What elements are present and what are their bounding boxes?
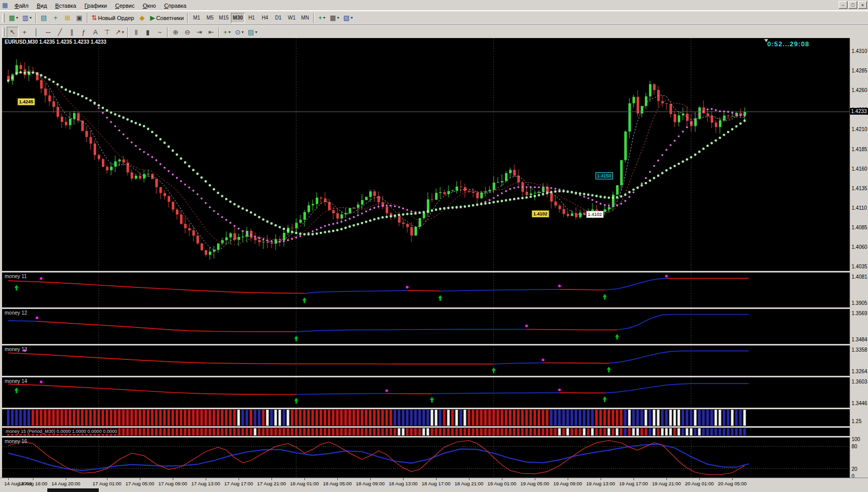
horizontal-line-button[interactable]: ─ (42, 27, 54, 38)
menu-item[interactable]: Сервис (111, 2, 139, 10)
data-window-button[interactable]: + (50, 12, 62, 24)
terminal-button[interactable]: ▣ (74, 12, 85, 24)
indicator-axis-label: 1.4081 (852, 274, 868, 280)
price-axis-label: 1.4110 (852, 205, 868, 211)
menu-item[interactable]: Графики (80, 2, 111, 10)
template-list-button[interactable]: ▤ ▾ (246, 27, 259, 38)
toolbar-grip[interactable] (2, 28, 5, 37)
profiles-button[interactable]: ▥ ▾ (20, 12, 33, 24)
chart-pane-m16[interactable] (2, 438, 850, 478)
order-level-tag[interactable]: 1.4245 (17, 98, 35, 105)
chart-pane-m11[interactable] (2, 272, 850, 307)
timeframe-button-W1[interactable]: W1 (285, 13, 298, 23)
timeframe-button-H1[interactable]: H1 (245, 13, 258, 23)
trendline-button[interactable]: ╱ (54, 27, 66, 38)
line-chart-button[interactable]: ~ (154, 27, 166, 38)
text-label-button[interactable]: ⊤ (101, 27, 113, 38)
line-chart-icon: ~ (158, 29, 162, 35)
timeframe-button-M15[interactable]: M15 (216, 13, 230, 23)
time-axis-label: 19 Aug 17:00 (617, 481, 650, 486)
equidistant-channel-button[interactable]: ∥ (66, 27, 78, 38)
menu-item[interactable]: Окно (139, 2, 160, 10)
vertical-line-button[interactable]: │ (30, 27, 42, 38)
chart-shift-icon: ⇤ (208, 29, 214, 35)
fibonacci-button[interactable]: ƒ (78, 27, 89, 38)
time-tick (304, 478, 305, 480)
new-chart-button[interactable]: ▦ ▾ (7, 12, 20, 24)
market-watch-button[interactable]: ▤ (38, 12, 50, 24)
time-tick (272, 478, 272, 480)
navigator-button[interactable]: ⊞ (62, 12, 74, 24)
chevron-down-icon: ▾ (351, 15, 353, 20)
alert-level-tag[interactable]: 1.4150 (595, 172, 613, 179)
price-level-tag[interactable]: 1.4102 (532, 210, 549, 217)
metaeditor-button[interactable]: ◆ (136, 12, 148, 24)
toolbar-separator (187, 13, 188, 23)
timeframe-button-M5[interactable]: M5 (203, 13, 216, 23)
menu-item[interactable]: Справка (160, 2, 190, 10)
price-label-tag[interactable]: 1.4102 (586, 211, 604, 218)
text-label-icon: ⊤ (104, 29, 110, 35)
periods-button[interactable]: ▦ ▾ (328, 12, 341, 24)
menu-item[interactable]: Вставка (51, 2, 80, 10)
cursor-button[interactable]: ↖ (7, 27, 19, 38)
chevron-down-icon: ▾ (30, 15, 32, 20)
time-tick (173, 478, 173, 480)
chart-shift-button[interactable]: ⇤ (205, 27, 217, 38)
horizontal-line-icon: ─ (46, 29, 50, 35)
time-tick (33, 478, 33, 480)
toolbar-separator (167, 27, 168, 38)
price-axis-label: 1.4185 (852, 147, 868, 152)
navigator-icon: ⊞ (65, 14, 70, 21)
timeframe-button-M1[interactable]: M1 (190, 13, 203, 23)
zoom-out-button[interactable]: ⊖ (182, 27, 193, 38)
chart-tab[interactable] (47, 488, 99, 492)
experts-icon: ▶ (150, 14, 155, 21)
price-axis-label: 1.4310 (852, 48, 868, 54)
price-axis-label: 1.4035 (852, 264, 868, 269)
templates-button[interactable]: ▧ ▾ (341, 12, 355, 24)
minimize-button[interactable]: − (839, 1, 847, 9)
menu-item[interactable]: Вид (32, 2, 51, 10)
indicator-list-button[interactable]: + ▾ (221, 27, 233, 38)
chevron-down-icon: ▾ (242, 30, 244, 34)
fibonacci-icon: ƒ (82, 29, 85, 35)
toolbar-separator (35, 13, 37, 23)
candlestick-chart-button[interactable]: ▮ (142, 27, 154, 38)
mt4-window: ▦ ФайлВидВставкаГрафикиСервисОкноСправка… (0, 0, 868, 492)
chart-pane-main[interactable] (2, 38, 850, 271)
new-order-button[interactable]: ⇅ Новый Ордер (89, 12, 136, 24)
experts-button[interactable]: ▶ Советники (148, 12, 186, 24)
time-axis-label: 20 Aug 05:00 (715, 481, 749, 486)
trendline-icon: ╱ (58, 29, 62, 35)
chart-pane-m14[interactable] (2, 377, 850, 408)
chart-pane-m15b[interactable] (2, 428, 850, 436)
indicator-axis-label: 1.3905 (852, 300, 868, 306)
period-list-button[interactable]: ⊙ ▾ (233, 27, 246, 38)
indicator-axis-label: 20 (852, 466, 868, 472)
time-tick (535, 478, 535, 480)
maximize-button[interactable]: □ (848, 1, 857, 9)
indicators-button[interactable]: + ▾ (316, 12, 328, 24)
new-order-icon: ⇅ (92, 14, 97, 21)
equidistant-channel-icon: ∥ (70, 29, 74, 35)
zoom-in-button[interactable]: ⊕ (170, 27, 182, 38)
auto-scroll-button[interactable]: ⇥ (193, 27, 205, 38)
arrows-button[interactable]: ↗ ▾ (113, 27, 126, 38)
crosshair-button[interactable]: + (19, 27, 30, 38)
vertical-line-icon: │ (34, 29, 38, 35)
indicator-label: money 11 (5, 274, 27, 279)
chart-pane-m15a[interactable] (2, 409, 850, 426)
chart-pane-m12[interactable] (2, 309, 850, 344)
timeframe-button-M30[interactable]: M30 (231, 13, 245, 23)
text-button[interactable]: A (89, 27, 101, 38)
close-button[interactable]: × (858, 1, 867, 9)
profiles-icon: ▥ (22, 14, 28, 21)
timeframe-button-D1[interactable]: D1 (272, 13, 285, 23)
timeframe-button-H4[interactable]: H4 (258, 13, 272, 23)
menu-item[interactable]: Файл (10, 2, 32, 10)
chart-pane-m13[interactable] (2, 345, 850, 376)
bar-chart-button[interactable]: ||| (130, 27, 142, 38)
timeframe-button-MN[interactable]: MN (298, 13, 312, 23)
toolbar-grip[interactable] (2, 13, 5, 23)
